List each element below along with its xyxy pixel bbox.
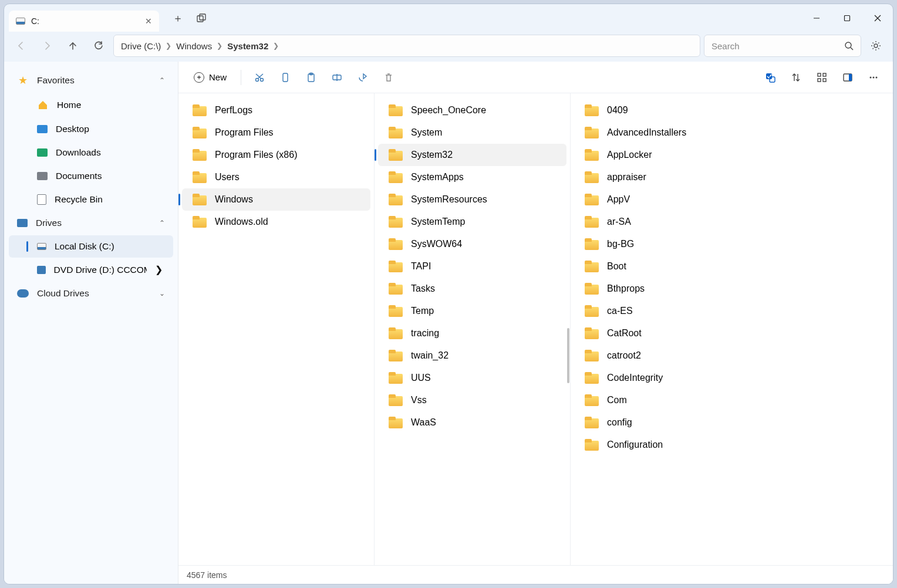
folder-item[interactable]: System [378,121,566,144]
refresh-button[interactable] [87,35,110,57]
folder-icon [585,149,599,161]
tab-title: C: [31,16,39,26]
rename-button[interactable] [326,66,348,89]
folder-item[interactable]: Configuration [574,434,889,456]
folder-item[interactable]: appraiser [574,166,889,188]
minimize-button[interactable] [801,4,832,32]
folder-item[interactable]: CatRoot [574,322,889,344]
star-icon: ★ [17,75,29,86]
folder-item[interactable]: Vss [378,389,566,411]
sidebar-drives-header[interactable]: Drives ⌃ [6,212,176,234]
folder-icon [585,194,599,205]
sidebar-cloud-header[interactable]: Cloud Drives ⌄ [6,282,176,305]
share-button[interactable] [352,66,374,89]
folder-item[interactable]: Speech_OneCore [378,99,566,121]
folder-item[interactable]: Users [182,166,370,188]
folder-item[interactable]: TAPI [378,255,566,278]
new-tab-button[interactable]: ＋ [167,11,188,25]
window: C: ✕ ＋ Drive (C:\) ❯ Windows ❯ System32 … [4,4,893,584]
copy-button[interactable] [274,66,296,89]
folder-item[interactable]: SystemResources [378,188,566,211]
folder-item[interactable]: Com [574,389,889,411]
sidebar-favorites-header[interactable]: ★ Favorites ⌃ [6,69,176,92]
cloud-icon [17,289,29,298]
folder-item[interactable]: SystemApps [378,166,566,188]
recycle-bin-icon [37,194,46,205]
folder-item[interactable]: Bthprops [574,278,889,300]
forward-button[interactable] [36,35,58,57]
folder-item[interactable]: System32 [378,144,566,166]
sidebar-item-documents[interactable]: Documents [9,165,173,187]
search-input[interactable]: Search [704,35,861,57]
folder-item[interactable]: WaaS [378,411,566,434]
folder-label: bg-BG [607,239,634,249]
folder-item[interactable]: SysWOW64 [378,233,566,255]
folder-item[interactable]: AppV [574,188,889,211]
scrollbar[interactable] [567,328,569,383]
folder-item[interactable]: Boot [574,255,889,278]
folder-item[interactable]: bg-BG [574,233,889,255]
folder-item[interactable]: Program Files (x86) [182,144,370,166]
sidebar-item-dvd-drive[interactable]: DVD Drive (D:) CCCOMA_X ❯ [9,259,173,281]
sidebar-item-desktop[interactable]: Desktop [9,118,173,140]
folder-item[interactable]: CodeIntegrity [574,367,889,389]
delete-button[interactable] [377,66,400,89]
new-button[interactable]: + New [187,69,234,86]
folder-item[interactable]: AdvancedInstallers [574,121,889,144]
multi-window-button[interactable] [197,13,218,23]
folder-label: Configuration [607,440,663,450]
folder-item[interactable]: Program Files [182,121,370,144]
new-label: New [209,72,227,82]
folder-item[interactable]: AppLocker [574,144,889,166]
folder-item[interactable]: 0409 [574,99,889,121]
select-mode-button[interactable] [759,66,781,89]
sidebar-item-recycle-bin[interactable]: Recycle Bin [9,188,173,211]
breadcrumb-0[interactable]: Drive (C:\) [121,41,161,51]
details-pane-button[interactable] [837,66,859,89]
folder-item[interactable]: Temp [378,300,566,322]
folder-label: System32 [411,150,453,160]
breadcrumb-2[interactable]: System32 [227,41,268,51]
sidebar-item-home[interactable]: Home [9,93,173,117]
view-button[interactable] [811,66,833,89]
paste-button[interactable] [300,66,322,89]
sidebar-item-downloads[interactable]: Downloads [9,141,173,164]
folder-item[interactable]: SystemTemp [378,211,566,233]
more-button[interactable] [862,66,885,89]
sidebar-item-local-disk-c[interactable]: Local Disk (C:) [9,235,173,258]
folder-label: AppLocker [607,150,652,160]
folder-item[interactable]: twain_32 [378,344,566,367]
chevron-up-icon: ⌃ [159,76,165,85]
address-bar[interactable]: Drive (C:\) ❯ Windows ❯ System32 ❯ [113,35,700,57]
folder-item[interactable]: ar-SA [574,211,889,233]
close-window-button[interactable] [862,4,893,32]
folder-item[interactable]: ca-ES [574,300,889,322]
folder-item[interactable]: Windows.old [182,211,370,233]
folder-icon [193,127,207,138]
folder-item[interactable]: UUS [378,367,566,389]
folder-icon [389,238,403,250]
folder-item[interactable]: Windows [182,188,370,211]
cut-button[interactable] [248,66,271,89]
maximize-button[interactable] [832,4,862,32]
drive-icon [16,18,25,25]
folder-item[interactable]: tracing [378,322,566,344]
folder-item[interactable]: Tasks [378,278,566,300]
drives-label: Drives [36,218,62,228]
tab[interactable]: C: ✕ [9,11,159,32]
folder-item[interactable]: catroot2 [574,344,889,367]
up-button[interactable] [62,35,84,57]
chevron-right-icon: ❯ [164,42,173,50]
folder-item[interactable]: config [574,411,889,434]
folder-label: Speech_OneCore [411,105,486,116]
dvd-icon [37,266,46,274]
settings-button[interactable] [865,35,887,57]
breadcrumb-1[interactable]: Windows [176,41,212,51]
column-1: Speech_OneCoreSystemSystem32SystemAppsSy… [375,93,571,565]
back-button[interactable] [10,35,32,57]
folder-icon [389,194,403,205]
folder-item[interactable]: PerfLogs [182,99,370,121]
folder-label: ar-SA [607,217,631,227]
sort-button[interactable] [785,66,807,89]
tab-close-icon[interactable]: ✕ [145,16,152,26]
